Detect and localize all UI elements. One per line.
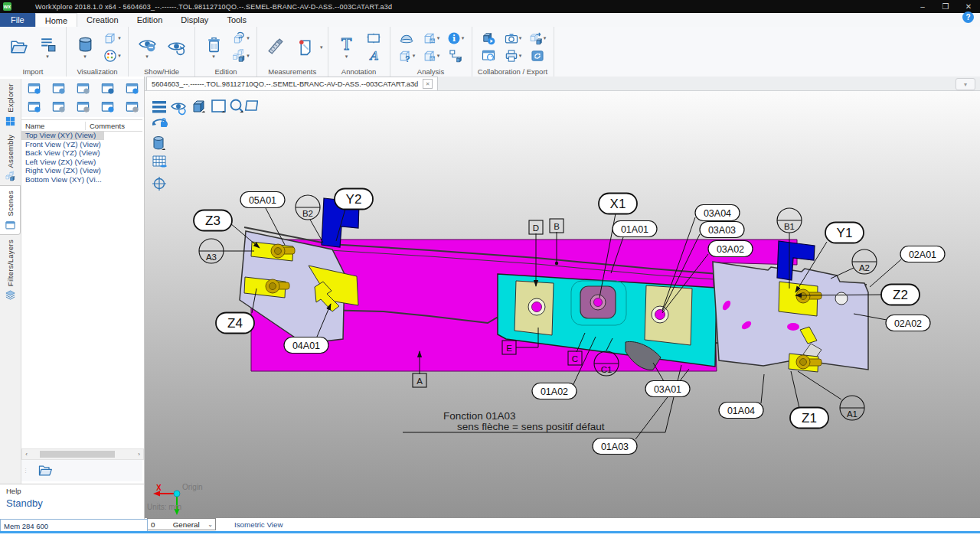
volume-analysis-icon[interactable]: ▾ — [420, 47, 443, 65]
scroll-right-icon[interactable]: › — [135, 451, 143, 458]
panel-tab-assembly[interactable]: Assembly — [5, 130, 16, 186]
callout-02a02[interactable]: 02A02 — [886, 315, 930, 331]
grid-icon[interactable] — [153, 156, 167, 168]
window-add-icon[interactable] — [26, 81, 42, 96]
sync-icon[interactable] — [526, 47, 549, 65]
measure-tool-icon[interactable] — [262, 30, 289, 65]
section-analysis-icon[interactable]: ▾ — [420, 30, 443, 47]
column-name[interactable]: Name — [21, 122, 86, 130]
menu-item-home[interactable]: Home — [35, 13, 77, 27]
callout-03a01[interactable]: 03A01 — [645, 381, 690, 397]
view-row[interactable]: Bottom View (XY) (Vi... — [21, 175, 142, 184]
window-copy-icon[interactable] — [124, 99, 140, 114]
panel-tab-explorer[interactable]: Explorer — [5, 79, 16, 130]
view-row[interactable]: Top View (XY) (View) — [21, 131, 104, 140]
screenshot-icon[interactable]: ▾ — [501, 30, 524, 47]
callout-03a02[interactable]: 03A02 — [708, 241, 753, 257]
column-comments[interactable]: Comments — [86, 122, 125, 130]
callout-01a02[interactable]: 01A02 — [532, 383, 577, 399]
callout-01a04[interactable]: 01A04 — [719, 403, 763, 419]
menu-item-display[interactable]: Display — [172, 13, 217, 27]
group-entities-icon[interactable]: ▾ — [229, 47, 252, 65]
rotate-lock-icon[interactable] — [152, 119, 167, 127]
record-video-icon[interactable] — [477, 30, 500, 47]
left-panel: ExplorerAssemblyScenesFilters/Layers Nam… — [0, 77, 145, 531]
view-row[interactable]: Back View (YZ) (View) — [21, 148, 142, 158]
colors-palette-icon[interactable]: ▾ — [100, 47, 123, 65]
view-cube-icon[interactable] — [194, 101, 205, 113]
origin-crosshair-icon[interactable] — [152, 177, 166, 191]
measure-tag-icon[interactable] — [291, 30, 318, 65]
3d-scene[interactable]: Fonction 01A03 sens flèche = sens positi… — [145, 91, 980, 518]
transform-icon[interactable]: ▾ — [229, 30, 252, 47]
callout-x1[interactable]: X1 — [599, 194, 637, 214]
display-cube-icon[interactable]: ▾ — [100, 30, 123, 47]
open-folder-icon[interactable] — [37, 463, 54, 478]
document-tab[interactable]: 5604603_--.------.TOL.98112710QO.--.SEME… — [146, 77, 438, 90]
menu-item-file[interactable]: File — [0, 13, 35, 27]
info-icon[interactable]: ▾ — [444, 30, 467, 47]
callout-z3[interactable]: Z3 — [194, 210, 232, 231]
menu-item-tools[interactable]: Tools — [217, 13, 256, 27]
open-file-icon[interactable] — [5, 30, 32, 65]
menu-icon[interactable] — [152, 101, 166, 113]
callout-01a01[interactable]: 01A01 — [612, 221, 657, 237]
delete-icon[interactable]: ▾ — [200, 30, 227, 65]
viewport-canvas[interactable]: Fonction 01A03 sens flèche = sens positi… — [145, 91, 980, 517]
view-row[interactable]: Left View (ZX) (View) — [21, 158, 142, 167]
structure-tree-icon[interactable] — [444, 47, 467, 65]
section-cylinder-icon[interactable] — [154, 137, 165, 150]
panel-tab-filters-layers[interactable]: Filters/Layers — [5, 235, 16, 304]
callout-03a04[interactable]: 03A04 — [695, 205, 740, 221]
viewer-window-icon[interactable] — [477, 47, 500, 65]
pin-icon[interactable]: ▾ — [956, 78, 975, 90]
window-clock-icon[interactable] — [75, 99, 91, 114]
panel-tab-scenes[interactable]: Scenes — [0, 185, 21, 235]
rotate-lock-icon[interactable] — [51, 99, 67, 114]
scrollbar-thumb[interactable] — [40, 451, 115, 458]
dimension-frame-icon[interactable] — [362, 30, 385, 47]
help-icon[interactable]: ? — [962, 11, 974, 23]
window-list-icon[interactable] — [100, 81, 116, 96]
export-model-icon[interactable]: ▾ — [526, 30, 549, 47]
text-annotation-icon[interactable]: ▾ — [333, 30, 361, 65]
callout-02a01[interactable]: 02A01 — [900, 246, 945, 262]
callout-z1[interactable]: Z1 — [790, 408, 828, 429]
zoom-icon[interactable] — [231, 100, 244, 113]
fit-view-icon[interactable] — [212, 100, 225, 112]
menu-item-creation[interactable]: Creation — [77, 13, 128, 27]
callout-z2[interactable]: Z2 — [881, 285, 920, 305]
render-style-icon[interactable]: ▾ — [71, 30, 99, 65]
selection-frame-icon[interactable] — [246, 101, 258, 110]
hide-entity-icon[interactable]: ▾ — [133, 30, 161, 65]
view-row[interactable]: Right View (ZX) (View) — [21, 166, 142, 175]
tab-close-icon[interactable]: ✕ — [423, 79, 433, 89]
callout-03a03[interactable]: 03A03 — [700, 222, 744, 238]
horizontal-scrollbar[interactable]: ‹ › — [21, 448, 144, 460]
import-list-icon[interactable]: ▾ — [34, 30, 61, 65]
show-entity-icon[interactable] — [162, 30, 190, 65]
window-check-icon[interactable] — [26, 99, 42, 114]
callout-04a01[interactable]: 04A01 — [284, 337, 328, 354]
surface-analysis-icon[interactable] — [395, 30, 418, 47]
callout-01a03[interactable]: 01A03 — [593, 439, 637, 455]
view-row[interactable]: Front View (YZ) (View) — [21, 140, 142, 149]
label-style-icon[interactable] — [362, 47, 385, 65]
grip-handle[interactable]: ⋮ — [23, 468, 29, 474]
window-stamp-icon[interactable] — [100, 99, 116, 114]
compare-box-icon[interactable]: ▾ — [395, 47, 418, 65]
callout-y2[interactable]: Y2 — [335, 189, 373, 210]
layer-dropdown[interactable]: 0 General ⌄ — [147, 518, 216, 530]
window-close-icon[interactable] — [124, 81, 140, 96]
window-edit-icon[interactable] — [51, 81, 67, 96]
menu-item-edition[interactable]: Edition — [128, 13, 172, 27]
maximize-button[interactable]: ❐ — [934, 0, 957, 13]
scroll-left-icon[interactable]: ‹ — [22, 451, 31, 458]
callout-z4[interactable]: Z4 — [216, 313, 254, 334]
callout-05a01[interactable]: 05A01 — [240, 192, 285, 208]
callout-y1[interactable]: Y1 — [825, 223, 864, 243]
visibility-refresh-icon[interactable] — [172, 103, 185, 114]
print-icon[interactable]: ▾ — [501, 47, 524, 65]
minimize-button[interactable]: – — [911, 0, 934, 13]
window-duplicate-icon[interactable] — [75, 81, 91, 96]
